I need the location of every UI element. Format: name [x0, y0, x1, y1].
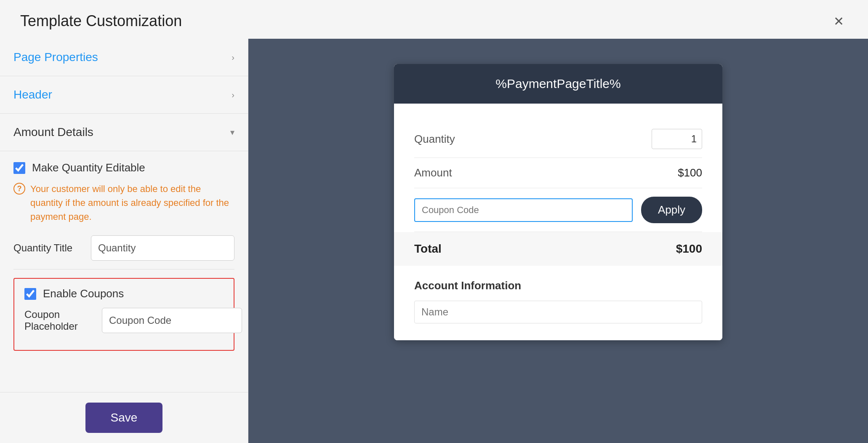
nav-arrow-amount-details: ▾ [230, 127, 234, 137]
right-panel: %PaymentPageTitle% Quantity Amount $100 [248, 39, 868, 443]
preview-name-input[interactable] [414, 301, 702, 323]
coupon-placeholder-field-row: Coupon Placeholder [24, 308, 224, 333]
nav-label-page-properties: Page Properties [13, 51, 98, 64]
preview-header: %PaymentPageTitle% [394, 64, 722, 104]
preview-total-section: Total $100 [394, 232, 722, 266]
content-area: Page Properties › Header › Amount Detail… [0, 39, 868, 443]
left-panel: Page Properties › Header › Amount Detail… [0, 39, 248, 443]
preview-coupon-row: Apply [414, 188, 702, 232]
nav-item-amount-details[interactable]: Amount Details ▾ [0, 114, 248, 151]
title-bar: Template Customization ✕ [0, 0, 868, 39]
warning-icon: ? [13, 183, 25, 195]
enable-coupons-label: Enable Coupons [43, 287, 124, 300]
section-divider [13, 269, 234, 270]
preview-coupon-input[interactable] [414, 198, 633, 222]
apply-button[interactable]: Apply [641, 197, 702, 223]
quantity-warning: ? Your customer will only be able to edi… [13, 182, 234, 224]
make-quantity-editable-label: Make Quantity Editable [32, 161, 145, 174]
preview-amount-value: $100 [678, 166, 702, 179]
nav-item-header[interactable]: Header › [0, 76, 248, 114]
close-button[interactable]: ✕ [829, 12, 848, 30]
coupons-section: Enable Coupons Coupon Placeholder [13, 278, 234, 351]
preview-account-title: Account Information [414, 279, 702, 292]
preview-amount-label: Amount [414, 166, 452, 179]
nav-label-header: Header [13, 88, 52, 101]
template-customization-dialog: Template Customization ✕ Page Properties… [0, 0, 868, 443]
quantity-title-field-row: Quantity Title [13, 235, 234, 261]
preview-quantity-input[interactable] [652, 129, 702, 149]
nav-item-page-properties[interactable]: Page Properties › [0, 39, 248, 76]
nav-arrow-header: › [232, 90, 234, 100]
save-area: Save [0, 392, 248, 443]
preview-quantity-label: Quantity [414, 133, 455, 146]
make-quantity-editable-row: Make Quantity Editable [13, 161, 234, 174]
nav-arrow-page-properties: › [232, 53, 234, 62]
warning-text-content: Your customer will only be able to edit … [30, 182, 234, 224]
coupon-placeholder-input[interactable] [102, 308, 242, 333]
enable-coupons-row: Enable Coupons [24, 287, 224, 300]
preview-total-row: Total $100 [414, 242, 702, 256]
preview-header-title: %PaymentPageTitle% [495, 77, 620, 91]
nav-label-amount-details: Amount Details [13, 125, 93, 139]
preview-total-value: $100 [676, 242, 702, 256]
coupon-placeholder-label: Coupon Placeholder [24, 309, 92, 332]
save-button[interactable]: Save [85, 403, 163, 433]
preview-card: %PaymentPageTitle% Quantity Amount $100 [394, 64, 722, 340]
preview-total-label: Total [414, 242, 442, 256]
dialog-title: Template Customization [20, 12, 182, 30]
preview-account-section: Account Information [414, 266, 702, 323]
make-quantity-editable-checkbox[interactable] [13, 162, 25, 174]
preview-quantity-row: Quantity [414, 120, 702, 157]
preview-amount-row: Amount $100 [414, 158, 702, 188]
enable-coupons-checkbox[interactable] [24, 288, 36, 300]
quantity-title-input[interactable] [91, 235, 234, 261]
amount-section: Make Quantity Editable ? Your customer w… [0, 151, 248, 392]
preview-body: Quantity Amount $100 Apply [394, 104, 722, 340]
quantity-title-label: Quantity Title [13, 242, 81, 254]
